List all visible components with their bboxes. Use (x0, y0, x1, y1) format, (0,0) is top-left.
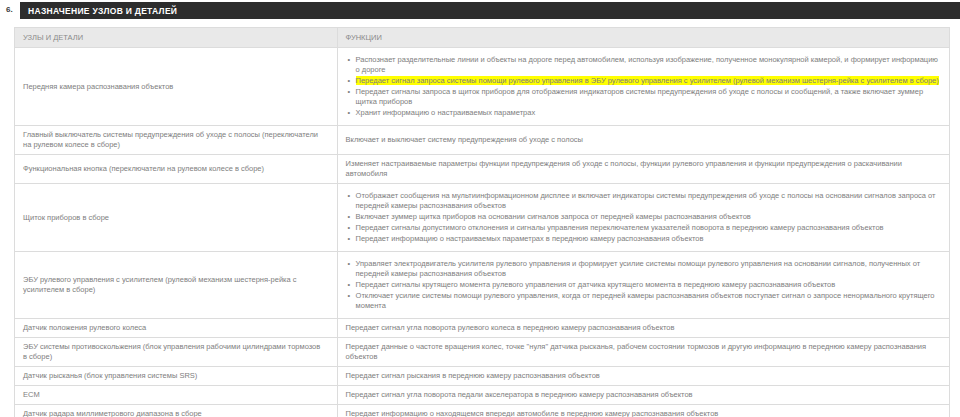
component-cell: Датчик рысканья (блок управления системы… (15, 367, 338, 386)
function-text: Хранит информацию о настраиваемых параме… (356, 108, 536, 117)
component-cell: Датчик положения рулевого колеса (15, 319, 338, 338)
function-item: Включает зуммер щитка приборов на основа… (346, 212, 941, 222)
table-body: Передняя камера распознавания объектовРа… (15, 48, 950, 417)
table-row: Передняя камера распознавания объектовРа… (15, 48, 950, 126)
table-row: Функциональная кнопка (переключатели на … (15, 155, 950, 184)
functions-cell: Передает сигнал угла поворота рулевого к… (337, 319, 949, 338)
function-text: Передает сигнал угла поворота педали акс… (346, 390, 693, 399)
function-text: Передает сигнал рыскания в переднюю каме… (346, 371, 600, 380)
functions-cell: Управляет электродвигатель усилителя рул… (337, 252, 949, 319)
table-row: Щиток приборов в сбореОтображает сообщен… (15, 184, 950, 252)
table-row: Датчик рысканья (блок управления системы… (15, 367, 950, 386)
function-text: Управляет электродвигатель усилителя рул… (356, 259, 921, 278)
component-cell: Передняя камера распознавания объектов (15, 48, 338, 126)
function-item: Передает сигналы запроса в щиток приборо… (346, 87, 941, 107)
column-header-functions: ФУНКЦИИ (337, 28, 949, 48)
functions-cell: Включает и выключает систему предупрежде… (337, 126, 949, 155)
highlighted-function-text: Передает сигнал запроса системы помощи р… (356, 76, 939, 85)
table-header: УЗЛЫ И ДЕТАЛИ ФУНКЦИИ (15, 28, 950, 48)
function-text: Передает информацию о настраиваемых пара… (356, 234, 704, 243)
section-number: 6. (6, 5, 13, 14)
component-cell: ECM (15, 386, 338, 405)
function-text: Передает сигналы допустимого отклонения … (356, 223, 884, 232)
component-cell: ЭБУ рулевого управления с усилителем (ру… (15, 252, 338, 319)
function-item: Передает информацию о настраиваемых пара… (346, 234, 941, 244)
functions-cell: Распознает разделительные линии и объект… (337, 48, 949, 126)
functions-cell: Передает сигнал угла поворота педали акс… (337, 386, 949, 405)
section-title: НАЗНАЧЕНИЕ УЗЛОВ И ДЕТАЛЕЙ (28, 6, 177, 16)
functions-cell: Передает данные о частоте вращения колес… (337, 338, 949, 367)
component-cell: Функциональная кнопка (переключатели на … (15, 155, 338, 184)
component-cell: Датчик радара миллиметрового диапазона в… (15, 405, 338, 417)
function-text: Передает информацию о находящемся вперед… (346, 409, 719, 417)
function-list: Отображает сообщения на мультиинформацио… (346, 191, 941, 244)
table-row: ЭБУ системы противоскольжения (блок упра… (15, 338, 950, 367)
functions-cell: Передает сигнал рыскания в переднюю каме… (337, 367, 949, 386)
table-row: Датчик радара миллиметрового диапазона в… (15, 405, 950, 417)
function-item: Хранит информацию о настраиваемых параме… (346, 108, 941, 118)
function-text: Передает данные о частоте вращения колес… (346, 342, 927, 361)
table-row: Главный выключатель системы предупрежден… (15, 126, 950, 155)
function-item: Распознает разделительные линии и объект… (346, 55, 941, 75)
function-text: Отображает сообщения на мультиинформацио… (356, 191, 936, 210)
function-text: Передает сигналы запроса в щиток приборо… (356, 87, 924, 106)
function-text: Изменяет настраиваемые параметры функции… (346, 159, 902, 178)
function-item: Управляет электродвигатель усилителя рул… (346, 259, 941, 279)
table-row: Датчик положения рулевого колесаПередает… (15, 319, 950, 338)
functions-cell: Отображает сообщения на мультиинформацио… (337, 184, 949, 252)
functions-cell: Изменяет настраиваемые параметры функции… (337, 155, 949, 184)
function-text: Включает зуммер щитка приборов на основа… (356, 212, 751, 221)
section-title-bar: НАЗНАЧЕНИЕ УЗЛОВ И ДЕТАЛЕЙ (20, 2, 960, 19)
function-text: Распознает разделительные линии и объект… (356, 55, 938, 74)
function-list: Распознает разделительные линии и объект… (346, 55, 941, 118)
section-header: 6. НАЗНАЧЕНИЕ УЗЛОВ И ДЕТАЛЕЙ (0, 0, 960, 19)
component-cell: ЭБУ системы противоскольжения (блок упра… (15, 338, 338, 367)
component-cell: Щиток приборов в сборе (15, 184, 338, 252)
table-header-row: УЗЛЫ И ДЕТАЛИ ФУНКЦИИ (15, 28, 950, 48)
component-cell: Главный выключатель системы предупрежден… (15, 126, 338, 155)
table-row: ЭБУ рулевого управления с усилителем (ру… (15, 252, 950, 319)
function-text: Отключает усилие системы помощи рулевого… (356, 291, 935, 310)
function-item: Отображает сообщения на мультиинформацио… (346, 191, 941, 211)
function-text: Передает сигнал угла поворота рулевого к… (346, 323, 675, 332)
function-text: Передает сигналы крутящего момента рулев… (356, 280, 836, 289)
function-list: Управляет электродвигатель усилителя рул… (346, 259, 941, 311)
function-text: Включает и выключает систему предупрежде… (346, 135, 583, 144)
function-item: Отключает усилие системы помощи рулевого… (346, 291, 941, 311)
column-header-components: УЗЛЫ И ДЕТАЛИ (15, 28, 338, 48)
function-item: Передает сигнал запроса системы помощи р… (346, 76, 941, 86)
functions-cell: Передает информацию о находящемся вперед… (337, 405, 949, 417)
function-item: Передает сигналы крутящего момента рулев… (346, 280, 941, 290)
components-functions-table: УЗЛЫ И ДЕТАЛИ ФУНКЦИИ Передняя камера ра… (14, 27, 950, 417)
function-item: Передает сигналы допустимого отклонения … (346, 223, 941, 233)
table-row: ECMПередает сигнал угла поворота педали … (15, 386, 950, 405)
